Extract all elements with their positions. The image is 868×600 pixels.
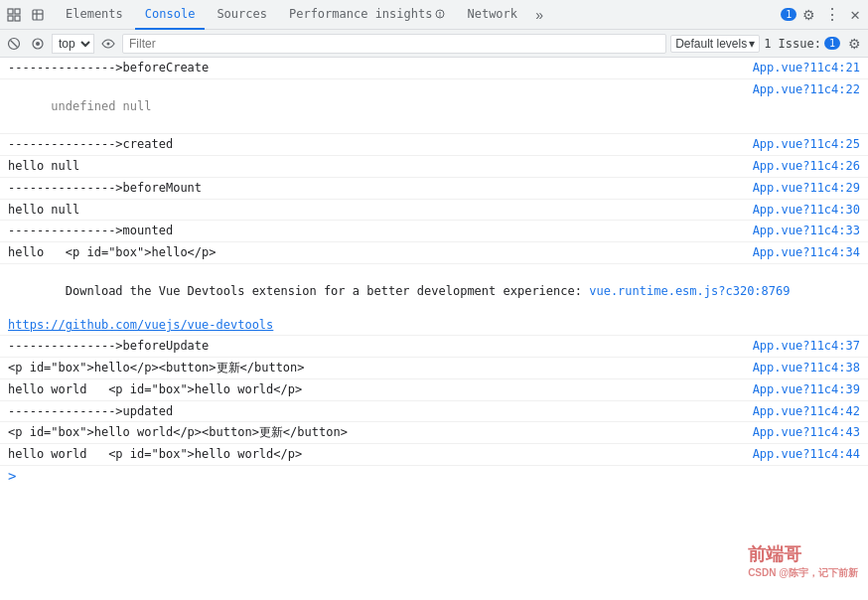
console-line: <p id="box">hello</p><button>更新</button>…	[0, 358, 868, 379]
line-text: --------------->beforeMount	[0, 179, 729, 198]
svg-line-11	[11, 40, 18, 47]
more-tabs-icon[interactable]: »	[529, 5, 549, 25]
line-text: <p id="box">hello</p><button>更新</button>	[0, 359, 729, 377]
tab-sources[interactable]: Sources	[207, 0, 277, 30]
line-text: --------------->created	[0, 135, 729, 154]
console-line: --------------->mounted App.vue?11c4:33	[0, 221, 868, 242]
line-text: Download the Vue Devtools extension for …	[0, 265, 868, 317]
tab-performance[interactable]: Performance insights	[279, 0, 456, 30]
console-line: hello world <p id="box">hello world</p> …	[0, 379, 868, 401]
devtools-right-controls: 1 ⚙ ⋮ ✕	[781, 5, 864, 25]
line-source[interactable]: App.vue?11c4:42	[729, 402, 868, 421]
svg-rect-0	[8, 9, 13, 14]
line-source[interactable]: App.vue?11c4:33	[729, 222, 868, 240]
svg-point-9	[440, 15, 442, 17]
console-line: hello world <p id="box">hello world</p> …	[0, 444, 868, 466]
svg-point-13	[36, 42, 40, 46]
line-text: hello world <p id="box">hello world</p>	[0, 380, 729, 399]
line-text: --------------->mounted	[0, 222, 729, 240]
line-source[interactable]: App.vue?11c4:38	[729, 359, 868, 377]
tab-elements[interactable]: Elements	[56, 0, 133, 30]
vue-runtime-link[interactable]: vue.runtime.esm.js?c320:8769	[589, 284, 790, 298]
line-text: --------------->updated	[0, 402, 729, 421]
console-prompt[interactable]: >	[0, 466, 868, 486]
console-line: hello <p id="box">hello</p> App.vue?11c4…	[0, 242, 868, 264]
eye-icon[interactable]	[98, 34, 118, 54]
cursor-icon[interactable]	[4, 5, 24, 25]
line-source[interactable]: App.vue?11c4:43	[729, 423, 868, 442]
line-text: undefined null	[0, 80, 729, 132]
console-line: <p id="box">hello world</p><button>更新</b…	[0, 422, 868, 444]
line-source[interactable]: App.vue?11c4:29	[729, 179, 868, 198]
line-text: --------------->beforeUpdate	[0, 337, 729, 356]
svg-point-14	[107, 42, 110, 45]
clear-console-icon[interactable]	[4, 34, 24, 54]
console-line: hello null App.vue?11c4:30	[0, 200, 868, 222]
console-line: undefined null App.vue?11c4:22	[0, 79, 868, 134]
console-line: --------------->beforeMount App.vue?11c4…	[0, 178, 868, 200]
devtools-github-link[interactable]: https://github.com/vuejs/vue-devtools	[8, 318, 273, 332]
line-text: <p id="box">hello world</p><button>更新</b…	[0, 423, 729, 442]
issue-count-badge: 1	[824, 37, 840, 50]
line-text: --------------->beforeCreate	[0, 59, 729, 77]
line-source[interactable]: App.vue?11c4:22	[729, 80, 868, 99]
tab-network[interactable]: Network	[457, 0, 527, 30]
svg-rect-2	[8, 16, 13, 21]
context-selector[interactable]: top	[52, 34, 94, 54]
line-source[interactable]: App.vue?11c4:30	[729, 201, 868, 220]
line-source[interactable]: App.vue?11c4:39	[729, 380, 868, 399]
watermark: 前端哥 CSDN @陈宇，记下前新	[748, 542, 858, 580]
filter-icon[interactable]	[28, 34, 48, 54]
more-options-icon[interactable]: ⋮	[820, 5, 844, 24]
line-source[interactable]: App.vue?11c4:37	[729, 337, 868, 356]
line-text: hello null	[0, 157, 729, 176]
inspect-icon[interactable]	[28, 5, 48, 25]
line-source[interactable]: App.vue?11c4:21	[729, 59, 868, 77]
settings-gear-icon[interactable]: ⚙	[798, 5, 818, 25]
line-source[interactable]: App.vue?11c4:25	[729, 135, 868, 154]
line-text: hello <p id="box">hello</p>	[0, 243, 729, 262]
console-line: --------------->beforeUpdate App.vue?11c…	[0, 336, 868, 358]
line-source[interactable]: App.vue?11c4:44	[729, 445, 868, 464]
svg-rect-3	[15, 16, 20, 21]
devtools-topbar: Elements Console Sources Performance ins…	[0, 0, 868, 30]
line-source[interactable]: App.vue?11c4:34	[729, 243, 868, 262]
line-text: hello null	[0, 201, 729, 220]
console-line: --------------->updated App.vue?11c4:42	[0, 401, 868, 423]
console-output: --------------->beforeCreate App.vue?11c…	[0, 58, 868, 600]
issue-indicator: 1 Issue: 1	[764, 37, 840, 51]
tab-console[interactable]: Console	[135, 0, 206, 30]
default-levels-button[interactable]: Default levels ▾	[670, 35, 760, 53]
close-devtools-icon[interactable]: ✕	[846, 5, 864, 24]
line-text: hello world <p id="box">hello world</p>	[0, 445, 729, 464]
line-source[interactable]: App.vue?11c4:26	[729, 157, 868, 176]
console-line-devtools: Download the Vue Devtools extension for …	[0, 264, 868, 336]
console-toolbar: top Default levels ▾ 1 Issue: 1 ⚙	[0, 30, 868, 58]
filter-input[interactable]	[122, 34, 666, 54]
console-settings-icon[interactable]: ⚙	[844, 34, 864, 54]
prompt-caret: >	[8, 468, 16, 484]
console-line: --------------->beforeCreate App.vue?11c…	[0, 58, 868, 79]
svg-rect-4	[33, 10, 43, 20]
svg-rect-1	[15, 9, 20, 14]
issue-badge: 1	[781, 8, 796, 21]
console-line: hello null App.vue?11c4:26	[0, 156, 868, 178]
devtools-left-icons	[4, 5, 48, 25]
console-line: --------------->created App.vue?11c4:25	[0, 134, 868, 156]
